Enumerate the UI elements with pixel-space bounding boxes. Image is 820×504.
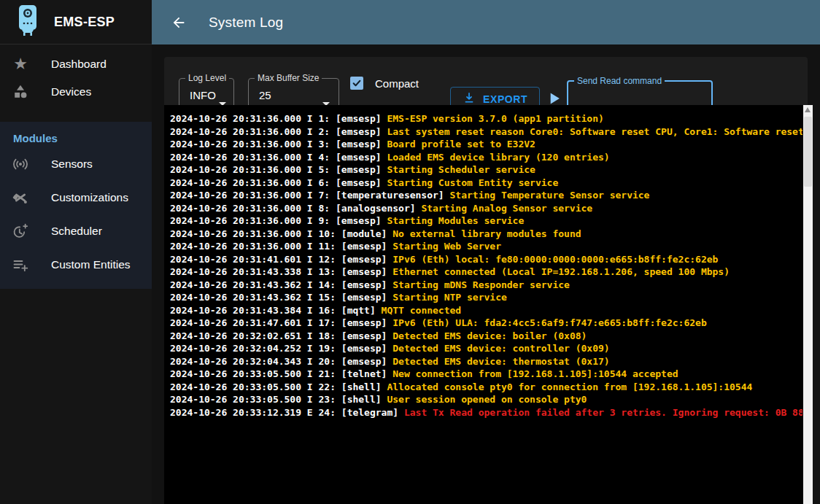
category-icon — [12, 83, 29, 101]
sidebar-item-label: Devices — [51, 85, 91, 98]
sidebar-item-custom-entities[interactable]: Custom Entities — [0, 248, 152, 282]
log-line: 2024-10-26 20:31:36.000 I 5: [emsesp] St… — [170, 163, 802, 177]
page-title: System Log — [209, 15, 283, 31]
log-line: 2024-10-26 20:33:05.500 I 23: [shell] Us… — [170, 393, 802, 406]
download-icon — [463, 91, 476, 106]
log-line: 2024-10-26 20:31:47.601 I 17: [emsesp] I… — [170, 317, 802, 330]
system-log-panel: 2024-10-26 20:31:36.000 I 1: [emsesp] EM… — [164, 105, 813, 504]
clock-plus-icon — [12, 222, 29, 240]
playlist-add-icon — [12, 256, 29, 274]
sidebar-modules-section: Modules Sensors — [0, 122, 152, 289]
log-line: 2024-10-26 20:33:05.500 I 21: [telnet] N… — [170, 368, 802, 381]
max-buffer-label: Max Buffer Size — [255, 73, 322, 83]
sensors-icon — [12, 155, 29, 173]
compact-checkbox-label: Compact — [375, 77, 419, 90]
log-line: 2024-10-26 20:32:04.343 I 20: [emsesp] D… — [170, 355, 802, 368]
log-line: 2024-10-26 20:31:43.338 I 13: [emsesp] E… — [170, 265, 802, 279]
send-read-label: Send Read command — [574, 76, 665, 86]
tools-icon — [12, 189, 29, 206]
sidebar-item-devices[interactable]: Devices — [0, 78, 152, 106]
sidebar-item-scheduler[interactable]: Scheduler — [0, 214, 152, 248]
check-icon — [352, 78, 362, 88]
log-line: 2024-10-26 20:31:43.362 I 14: [emsesp] S… — [170, 279, 802, 292]
log-level-value: INFO — [179, 83, 233, 101]
log-lines: 2024-10-26 20:31:36.000 I 1: [emsesp] EM… — [170, 112, 802, 504]
star-icon: ★ — [12, 55, 29, 73]
sidebar: EMS-ESP ★ Dashboard Devices Modules — [0, 0, 152, 504]
log-line: 2024-10-26 20:31:36.000 I 11: [emsesp] S… — [170, 240, 802, 253]
sidebar-item-sensors[interactable]: Sensors — [0, 147, 152, 181]
send-read-input[interactable] — [576, 86, 707, 101]
log-line: 2024-10-26 20:31:36.000 I 2: [emsesp] La… — [170, 125, 802, 139]
back-arrow-icon[interactable] — [169, 13, 188, 32]
compact-checkbox-row[interactable]: Compact — [350, 77, 419, 90]
sidebar-nav-main: ★ Dashboard Devices — [0, 44, 152, 113]
log-line: 2024-10-26 20:31:36.000 I 8: [analogsens… — [170, 202, 802, 215]
export-button-label: EXPORT — [483, 93, 527, 105]
app-window: EMS-ESP ★ Dashboard Devices Modules — [0, 0, 820, 504]
scrollbar-thumb[interactable] — [804, 117, 812, 187]
boiler-logo-icon — [15, 4, 41, 39]
app-title: EMS-ESP — [54, 15, 115, 30]
log-line: 2024-10-26 20:31:36.000 I 1: [emsesp] EM… — [170, 112, 802, 125]
log-line: 2024-10-26 20:33:05.500 I 22: [shell] Al… — [170, 381, 802, 394]
log-line: 2024-10-26 20:31:36.000 I 9: [emsesp] St… — [170, 214, 802, 228]
log-line: 2024-10-26 20:31:43.384 I 16: [mqtt] MQT… — [170, 304, 802, 317]
scrollbar-up-arrow-icon[interactable] — [805, 107, 811, 112]
max-buffer-value: 25 — [249, 83, 339, 101]
sidebar-item-customizations[interactable]: Customizations — [0, 181, 152, 214]
log-line: 2024-10-26 20:31:36.000 I 3: [emsesp] Bo… — [170, 138, 802, 151]
main-content: System Log Log Level INFO Max Buffer Siz… — [152, 0, 820, 504]
sidebar-item-dashboard[interactable]: ★ Dashboard — [0, 50, 152, 78]
compact-checkbox[interactable] — [350, 77, 363, 90]
app-logo-row: EMS-ESP — [0, 0, 152, 44]
topbar: System Log — [152, 0, 820, 44]
log-line: 2024-10-26 20:31:41.601 I 12: [emsesp] I… — [170, 253, 802, 266]
log-line: 2024-10-26 20:32:02.651 I 18: [emsesp] D… — [170, 330, 802, 343]
log-level-label: Log Level — [185, 73, 229, 83]
log-line: 2024-10-26 20:31:43.362 I 15: [emsesp] S… — [170, 291, 802, 304]
sidebar-item-label: Dashboard — [51, 58, 107, 71]
modules-header: Modules — [0, 122, 152, 147]
log-scrollbar[interactable] — [803, 105, 813, 504]
sidebar-item-label: Scheduler — [51, 225, 102, 238]
log-line: 2024-10-26 20:31:36.000 I 4: [emsesp] Lo… — [170, 151, 802, 164]
sidebar-item-label: Custom Entities — [51, 258, 131, 271]
log-line: 2024-10-26 20:31:36.000 I 10: [module] N… — [170, 228, 802, 241]
log-line: 2024-10-26 20:31:36.000 I 6: [emsesp] St… — [170, 177, 802, 190]
log-line: 2024-10-26 20:31:36.000 I 7: [temperatur… — [170, 189, 802, 202]
sidebar-item-label: Sensors — [51, 158, 93, 171]
log-line: 2024-10-26 20:32:04.252 I 19: [emsesp] D… — [170, 342, 802, 355]
log-line: 2024-10-26 20:33:12.319 E 24: [telegram]… — [170, 406, 802, 419]
sidebar-item-label: Customizations — [51, 191, 128, 204]
